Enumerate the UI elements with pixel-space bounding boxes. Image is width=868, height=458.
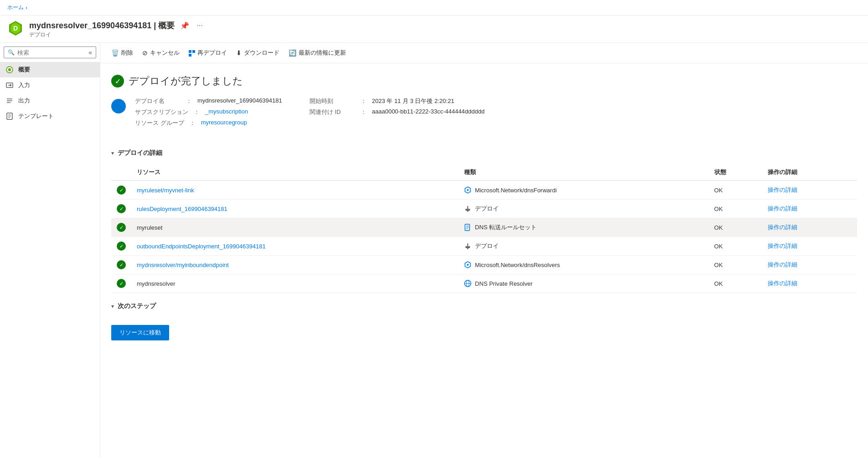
table-row: ✓rulesDeployment_1699046394181デプロイOK操作の詳… — [111, 200, 857, 218]
sidebar-item-template[interactable]: テンプレート — [0, 108, 100, 124]
status-header: ✓ デプロイが完了しました — [111, 74, 857, 88]
action-detail-link[interactable]: 操作の詳細 — [768, 280, 797, 287]
svg-marker-18 — [115, 102, 122, 110]
row-ok-cell: OK — [709, 200, 762, 218]
svg-text:D: D — [13, 25, 18, 32]
ok-status: OK — [714, 187, 723, 194]
action-detail-link[interactable]: 操作の詳細 — [768, 186, 797, 193]
collapse-button[interactable]: « — [88, 49, 92, 56]
sidebar-label-output: 出力 — [18, 97, 30, 105]
resource-group-link[interactable]: myresourcegroup — [201, 119, 247, 126]
details-section: ▾ デプロイの詳細 リソース 種類 状態 操作の詳細 ✓myr — [111, 149, 857, 293]
breadcrumb-home[interactable]: ホーム — [7, 4, 24, 11]
details-section-title: デプロイの詳細 — [118, 149, 162, 157]
row-status-cell: ✓ — [111, 200, 131, 218]
action-detail-link[interactable]: 操作の詳細 — [768, 242, 797, 249]
svg-marker-7 — [10, 84, 12, 87]
more-button[interactable]: ··· — [195, 21, 204, 31]
info-row-start: 開始時刻 ： 2023 年 11 月 3 日午後 2:20:21 — [310, 97, 485, 105]
row-status-icon: ✓ — [117, 223, 126, 232]
next-steps-chevron-icon: ▾ — [111, 303, 114, 309]
sidebar-item-overview[interactable]: 概要 — [0, 62, 100, 77]
sidebar-label-input: 入力 — [18, 81, 30, 89]
delete-icon: 🗑️ — [111, 49, 119, 57]
kind-cell-content: Microsoft.Network/dnsResolvers — [464, 261, 703, 268]
action-detail-link[interactable]: 操作の詳細 — [768, 224, 797, 231]
download-icon: ⬇ — [236, 49, 242, 57]
row-status-icon: ✓ — [117, 279, 126, 288]
next-steps-section: ▾ 次のステップ リソースに移動 — [111, 302, 857, 340]
ok-status: OK — [714, 262, 723, 268]
resource-link[interactable]: rulesDeployment_1699046394181 — [137, 206, 227, 212]
sidebar-item-output[interactable]: 出力 — [0, 93, 100, 108]
resource-link[interactable]: mydnsresolver/myinboundendpoint — [137, 262, 229, 268]
kind-cell-content: Microsoft.Network/dnsForwardi — [464, 186, 703, 194]
sidebar-item-input[interactable]: 入力 — [0, 77, 100, 93]
main-layout: 🔍 « 概要 入力 出力 テンプレート — [0, 43, 868, 458]
svg-rect-17 — [189, 54, 191, 57]
table-row: ✓myruleset/myvnet-linkMicrosoft.Network/… — [111, 180, 857, 200]
row-action-cell: 操作の詳細 — [762, 237, 857, 256]
resource-name: myruleset — [137, 224, 162, 231]
row-kind-cell: デプロイ — [459, 200, 709, 218]
info-row-subscription: サブスクリプション ： _mysubscription — [135, 108, 282, 116]
deploy-info-container: デプロイ名 ： mydnsresolver_1699046394181 サブスク… — [111, 97, 857, 138]
svg-point-4 — [8, 68, 11, 71]
ok-status: OK — [714, 280, 723, 287]
ok-status: OK — [714, 243, 723, 250]
row-status-cell: ✓ — [111, 256, 131, 274]
row-status-icon: ✓ — [117, 242, 126, 251]
refresh-button[interactable]: 🔄 最新の情報に更新 — [285, 46, 350, 59]
sidebar: 🔍 « 概要 入力 出力 テンプレート — [0, 43, 100, 458]
resource-tbody: ✓myruleset/myvnet-linkMicrosoft.Network/… — [111, 180, 857, 293]
overview-icon — [5, 66, 14, 74]
row-status-cell: ✓ — [111, 218, 131, 237]
delete-button[interactable]: 🗑️ 削除 — [108, 46, 137, 59]
details-section-header[interactable]: ▾ デプロイの詳細 — [111, 149, 857, 157]
table-header: リソース 種類 状態 操作の詳細 — [111, 165, 857, 180]
refresh-icon: 🔄 — [289, 49, 296, 57]
move-to-resource-button[interactable]: リソースに移動 — [111, 325, 169, 340]
row-resource-cell: mydnsresolver/myinboundendpoint — [131, 256, 459, 274]
svg-point-20 — [467, 189, 469, 191]
row-kind-cell: Microsoft.Network/dnsResolvers — [459, 256, 709, 274]
kind-icon — [464, 186, 471, 194]
table-row: ✓outboundEndpointsDeployment_16990463941… — [111, 237, 857, 256]
row-resource-cell: myruleset/myvnet-link — [131, 180, 459, 200]
row-ok-cell: OK — [709, 274, 762, 293]
resource-name: mydnsresolver — [137, 280, 176, 287]
action-detail-link[interactable]: 操作の詳細 — [768, 205, 797, 212]
search-box: 🔍 « — [4, 46, 96, 58]
search-icon: 🔍 — [8, 49, 15, 56]
row-status-icon: ✓ — [117, 185, 126, 195]
row-action-cell: 操作の詳細 — [762, 274, 857, 293]
search-input[interactable] — [17, 49, 86, 56]
status-title: デプロイが完了しました — [129, 74, 243, 88]
redeploy-button[interactable]: 再デプロイ — [185, 46, 231, 59]
kind-cell-content: デプロイ — [464, 242, 703, 250]
kind-cell-content: DNS Private Resolver — [464, 280, 703, 287]
pin-button[interactable]: 📌 — [178, 21, 191, 31]
action-detail-link[interactable]: 操作の詳細 — [768, 261, 797, 268]
cancel-button[interactable]: ⊘ キャンセル — [139, 46, 183, 59]
row-ok-cell: OK — [709, 180, 762, 200]
kind-cell-content: デプロイ — [464, 205, 703, 213]
row-kind-cell: DNS 転送ルールセット — [459, 218, 709, 237]
row-action-cell: 操作の詳細 — [762, 200, 857, 218]
ok-status: OK — [714, 224, 723, 231]
toolbar: 🗑️ 削除 ⊘ キャンセル 再デプロイ ⬇ ダウンロード 🔄 最新の情報に更新 — [100, 43, 868, 63]
breadcrumb-sep: › — [26, 5, 27, 11]
resource-link[interactable]: myruleset/myvnet-link — [137, 187, 194, 194]
info-row-rg: リソース グループ ： myresourcegroup — [135, 119, 282, 127]
kind-label: DNS Private Resolver — [475, 280, 532, 287]
row-status-cell: ✓ — [111, 180, 131, 200]
resource-link[interactable]: outboundEndpointsDeployment_169904639418… — [137, 243, 266, 250]
kind-icon — [464, 242, 471, 250]
download-button[interactable]: ⬇ ダウンロード — [232, 46, 283, 59]
info-row-correlation: 関連付け ID ： aaaa0000-bb11-2222-33cc-444444… — [310, 108, 485, 116]
subscription-link[interactable]: _mysubscription — [205, 108, 248, 115]
next-steps-section-header[interactable]: ▾ 次のステップ — [111, 302, 857, 310]
table-row: ✓mydnsresolverDNS Private ResolverOK操作の詳… — [111, 274, 857, 293]
page-subtitle: デプロイ — [29, 31, 205, 39]
sidebar-label-overview: 概要 — [18, 66, 30, 74]
